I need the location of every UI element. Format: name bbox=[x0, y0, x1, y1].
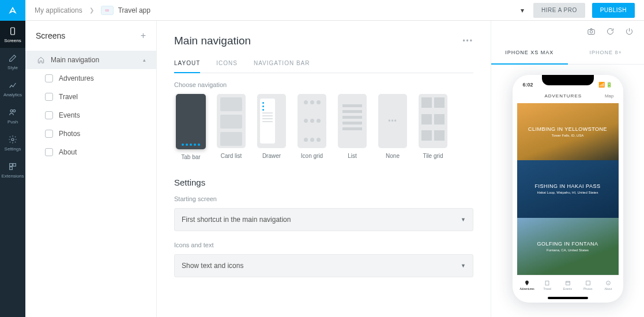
svg-rect-6 bbox=[10, 167, 13, 170]
rail-label: Screens bbox=[4, 38, 21, 43]
more-menu-icon[interactable]: ••• bbox=[462, 37, 473, 45]
svg-rect-4 bbox=[10, 164, 13, 167]
rail-label: Settings bbox=[5, 146, 21, 152]
nav-opt-label: Tile grid bbox=[423, 153, 443, 159]
status-time: 6:02 bbox=[523, 82, 533, 88]
tree-label: Travel bbox=[59, 93, 78, 101]
tree-label: Adventures bbox=[59, 74, 94, 82]
svg-rect-9 bbox=[545, 281, 549, 285]
preview-header-right: Map bbox=[605, 93, 614, 99]
chevron-right-icon: ❯ bbox=[89, 7, 94, 13]
hire-pro-button[interactable]: HIRE A PRO bbox=[533, 3, 585, 18]
screens-title: Screens bbox=[36, 31, 65, 40]
select-value: First shortcut in the main navigation bbox=[182, 216, 291, 224]
choose-navigation-label: Choose navigation bbox=[174, 81, 473, 88]
preview-header: ADVENTURES bbox=[544, 93, 582, 99]
settings-heading: Settings bbox=[174, 178, 473, 187]
rail-screens[interactable]: Screens bbox=[0, 21, 25, 48]
nav-opt-label: Card list bbox=[221, 153, 242, 159]
tree-label: Main navigation bbox=[51, 56, 99, 64]
nav-none[interactable]: •••None bbox=[376, 94, 409, 160]
refresh-icon[interactable] bbox=[606, 27, 615, 36]
publish-button[interactable]: PUBLISH bbox=[592, 3, 635, 18]
home-indicator bbox=[548, 297, 588, 299]
preview-card: FISHING IN HAKAI PASSHakai Loop, Waipahu… bbox=[517, 160, 619, 217]
page-title: Main navigation bbox=[174, 35, 251, 47]
brand-logo[interactable] bbox=[0, 0, 25, 21]
phone-notch bbox=[542, 75, 594, 85]
breadcrumb-root[interactable]: My applications bbox=[35, 6, 82, 14]
svg-point-2 bbox=[13, 110, 16, 112]
tab-icons[interactable]: ICONS bbox=[216, 60, 238, 73]
rail-analytics[interactable]: Analytics bbox=[0, 75, 25, 102]
nav-opt-label: Drawer bbox=[262, 153, 281, 159]
status-icons: 📶 🔋 bbox=[598, 82, 613, 88]
editor-tabs: LAYOUT ICONS NAVIGATION BAR bbox=[174, 60, 473, 73]
rail-settings[interactable]: Settings bbox=[0, 129, 25, 156]
breadcrumb: My applications ❯ ∞ Travel app bbox=[35, 6, 150, 15]
nav-opt-label: None bbox=[386, 153, 400, 159]
icons-text-label: Icons and text bbox=[174, 241, 473, 248]
nav-opt-label: Tab bar bbox=[181, 154, 200, 160]
device-preview: 6:02📶 🔋 ADVENTURESMap CLIMBING IN YELLOW… bbox=[513, 75, 623, 303]
nav-rail: Screens Style Analytics Push Settings Ex… bbox=[0, 0, 25, 317]
rail-style[interactable]: Style bbox=[0, 48, 25, 75]
breadcrumb-app[interactable]: Travel app bbox=[118, 6, 150, 14]
tab-navigation-bar[interactable]: NAVIGATION BAR bbox=[254, 60, 310, 73]
starting-screen-select[interactable]: First shortcut in the main navigation▼ bbox=[174, 208, 473, 231]
screens-panel: Screens + Main navigation ▴ Adventures T… bbox=[25, 21, 157, 317]
nav-opt-label: Icon grid bbox=[301, 153, 323, 159]
svg-point-3 bbox=[12, 138, 14, 141]
preview-tabbar: Adventures Travel Events Photos About bbox=[517, 275, 619, 295]
screenshot-icon[interactable] bbox=[587, 27, 596, 36]
tree-label: Events bbox=[59, 111, 80, 119]
rail-label: Style bbox=[7, 65, 18, 70]
collapse-icon[interactable]: ▴ bbox=[143, 57, 146, 63]
preview-panel: IPHONE XS MAX IPHONE 8+ 6:02📶 🔋 ADVENTUR… bbox=[491, 21, 644, 317]
app-icon: ∞ bbox=[101, 6, 114, 15]
preview-card: GOLFING IN FONTANAFontana, CA, United St… bbox=[517, 218, 619, 275]
editor-panel: Main navigation••• LAYOUT ICONS NAVIGATI… bbox=[157, 21, 491, 317]
add-screen-button[interactable]: + bbox=[141, 31, 146, 41]
tab-layout[interactable]: LAYOUT bbox=[174, 60, 200, 73]
svg-rect-10 bbox=[566, 281, 570, 285]
tree-main-navigation[interactable]: Main navigation ▴ bbox=[25, 51, 156, 69]
preview-card: CLIMBING IN YELLOWSTONETower Falls, ID, … bbox=[517, 103, 619, 160]
chevron-down-icon: ▼ bbox=[461, 263, 466, 269]
navigation-options: Tab bar Card list Drawer Icon grid List … bbox=[174, 94, 473, 160]
tree-events[interactable]: Events bbox=[25, 106, 156, 124]
svg-point-1 bbox=[10, 110, 13, 112]
rail-label: Push bbox=[7, 119, 18, 124]
nav-list[interactable]: List bbox=[336, 94, 369, 160]
nav-card-list[interactable]: Card list bbox=[214, 94, 248, 160]
tree-travel[interactable]: Travel bbox=[25, 88, 156, 106]
topbar: My applications ❯ ∞ Travel app ▾ HIRE A … bbox=[25, 0, 644, 21]
nav-icon-grid[interactable]: Icon grid bbox=[295, 94, 329, 160]
starting-screen-label: Starting screen bbox=[174, 195, 473, 202]
nav-tab-bar[interactable]: Tab bar bbox=[174, 94, 208, 160]
tree-adventures[interactable]: Adventures bbox=[25, 69, 156, 88]
account-dropdown[interactable]: ▾ bbox=[518, 6, 526, 14]
svg-point-8 bbox=[590, 30, 592, 32]
tree-label: About bbox=[59, 148, 77, 156]
power-icon[interactable] bbox=[625, 27, 634, 36]
chevron-down-icon: ▼ bbox=[461, 217, 466, 222]
svg-rect-5 bbox=[13, 164, 16, 167]
nav-opt-label: List bbox=[348, 153, 357, 159]
rail-label: Extensions bbox=[1, 173, 24, 179]
rail-label: Analytics bbox=[3, 92, 22, 97]
nav-tile-grid[interactable]: Tile grid bbox=[416, 94, 450, 160]
tree-label: Photos bbox=[59, 130, 80, 138]
select-value: Show text and icons bbox=[182, 262, 243, 270]
tree-photos[interactable]: Photos bbox=[25, 124, 156, 143]
svg-rect-11 bbox=[586, 281, 590, 285]
device-tab-8plus[interactable]: IPHONE 8+ bbox=[568, 41, 645, 64]
svg-rect-0 bbox=[11, 28, 15, 35]
rail-extensions[interactable]: Extensions bbox=[0, 156, 25, 183]
device-tab-xsmax[interactable]: IPHONE XS MAX bbox=[491, 41, 568, 65]
rail-push[interactable]: Push bbox=[0, 102, 25, 129]
icons-text-select[interactable]: Show text and icons▼ bbox=[174, 254, 473, 277]
nav-drawer[interactable]: Drawer bbox=[255, 94, 288, 160]
tree-about[interactable]: About bbox=[25, 143, 156, 161]
